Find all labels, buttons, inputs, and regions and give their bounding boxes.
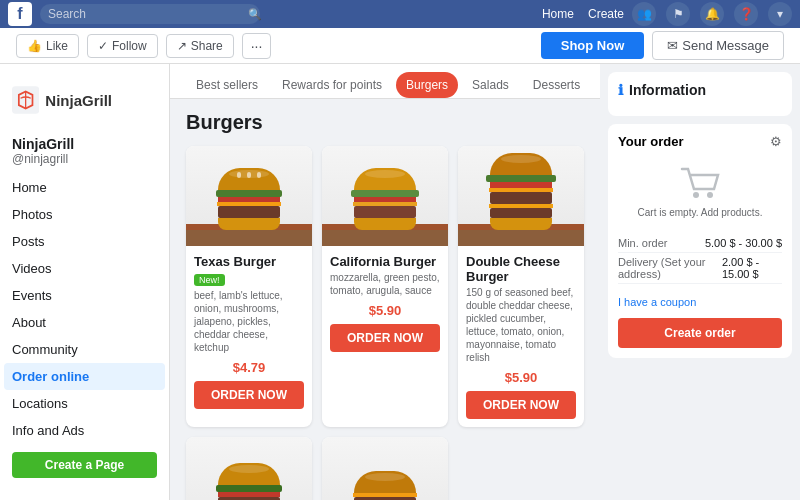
category-tabs: Best sellers Rewards for points Burgers … [170,64,600,99]
info-icon: ℹ [618,82,623,98]
svg-point-2 [693,192,699,198]
share-button[interactable]: ↗ Share [166,34,234,58]
product-price-california: $5.90 [330,303,440,318]
product-card-texas: Texas Burger New! beef, lamb's lettuce, … [186,146,312,427]
product-info-texas: Texas Burger New! beef, lamb's lettuce, … [186,246,312,417]
order-btn-california[interactable]: ORDER NOW [330,324,440,352]
facebook-logo: f [8,2,32,26]
like-icon: 👍 [27,39,42,53]
bell-icon[interactable]: 🔔 [700,2,724,26]
product-card-extra1 [186,437,312,500]
cart-area: Cart is empty. Add products. [618,159,782,226]
sidebar-item-home[interactable]: Home [0,174,169,201]
product-name-double-cheese: Double Cheese Burger [466,254,576,284]
follow-button[interactable]: ✓ Follow [87,34,158,58]
sidebar-navigation: Home Photos Posts Videos Events About Co… [0,174,169,444]
sidebar-item-about[interactable]: About [0,309,169,336]
create-page-button[interactable]: Create a Page [12,452,157,478]
delivery-label: Delivery (Set your address) [618,256,722,280]
cart-empty-text: Cart is empty. Add products. [638,207,763,218]
product-name-texas: Texas Burger [194,254,304,269]
information-title: ℹ Information [618,82,782,98]
product-price-texas: $4.79 [194,360,304,375]
product-info-california: California Burger mozzarella, green pest… [322,246,448,360]
shop-now-button[interactable]: Shop Now [541,32,645,59]
tab-burgers[interactable]: Burgers [396,72,458,98]
product-desc-texas: beef, lamb's lettuce, onion, mushrooms, … [194,289,304,354]
order-details: Min. order 5.00 $ - 30.00 $ Delivery (Se… [618,234,782,284]
share-icon: ↗ [177,39,187,53]
cart-icon [680,167,720,203]
order-card: Your order ⚙ Cart is empty. Add products… [608,124,792,358]
products-area: Burgers [170,99,600,500]
tab-desserts[interactable]: Desserts [523,72,590,98]
product-image-california [322,146,448,246]
account-menu-icon[interactable]: ▾ [768,2,792,26]
sidebar: NinjaGrill NinjaGrill @ninjagrill Home P… [0,64,170,500]
search-button[interactable]: 🔍 [248,8,262,21]
product-price-double-cheese: $5.90 [466,370,576,385]
nav-home-link[interactable]: Home [542,7,574,21]
min-order-row: Min. order 5.00 $ - 30.00 $ [618,234,782,253]
right-panel: ℹ Information Your order ⚙ Cart is empty… [600,64,800,500]
brand-fullname: NinjaGrill [12,136,157,152]
products-grid-row2 [186,437,584,500]
send-message-button[interactable]: ✉ Send Message [652,31,784,60]
help-icon[interactable]: ❓ [734,2,758,26]
product-desc-california: mozzarella, green pesto, tomato, arugula… [330,271,440,297]
section-title: Burgers [186,111,584,134]
product-card-california: California Burger mozzarella, green pest… [322,146,448,427]
tab-salads[interactable]: Salads [462,72,519,98]
coupon-link[interactable]: I have a coupon [618,292,782,312]
delivery-row: Delivery (Set your address) 2.00 $ - 15.… [618,253,782,284]
product-desc-double-cheese: 150 g of seasoned beef, double cheddar c… [466,286,576,364]
follow-icon: ✓ [98,39,108,53]
product-info-double-cheese: Double Cheese Burger 150 g of seasoned b… [458,246,584,427]
order-title: Your order [618,134,684,149]
information-card: ℹ Information [608,72,792,116]
action-bar: 👍 Like ✓ Follow ↗ Share ··· Shop Now ✉ S… [0,28,800,64]
flag-icon[interactable]: ⚑ [666,2,690,26]
product-name-california: California Burger [330,254,440,269]
product-image-extra2 [322,437,448,500]
brand-name: NinjaGrill [45,92,112,109]
tab-rewards[interactable]: Rewards for points [272,72,392,98]
nav-icons: 👥 ⚑ 🔔 ❓ ▾ [632,2,792,26]
order-btn-texas[interactable]: ORDER NOW [194,381,304,409]
main-layout: NinjaGrill NinjaGrill @ninjagrill Home P… [0,64,800,500]
sidebar-item-videos[interactable]: Videos [0,255,169,282]
search-input[interactable] [40,4,260,24]
placeholder-cell [458,437,584,500]
nav-create-link[interactable]: Create [588,7,624,21]
product-image-extra1 [186,437,312,500]
product-image-texas [186,146,312,246]
create-order-button[interactable]: Create order [618,318,782,348]
message-icon: ✉ [667,38,678,53]
delivery-value: 2.00 $ - 15.00 $ [722,256,782,280]
product-badge-texas: New! [194,274,225,286]
gear-icon[interactable]: ⚙ [770,134,782,149]
sidebar-item-community[interactable]: Community [0,336,169,363]
products-grid: Texas Burger New! beef, lamb's lettuce, … [186,146,584,427]
order-btn-double-cheese[interactable]: ORDER NOW [466,391,576,419]
sidebar-item-posts[interactable]: Posts [0,228,169,255]
more-button[interactable]: ··· [242,33,272,59]
brand-handle: @ninjagrill [12,152,157,166]
content-area: Best sellers Rewards for points Burgers … [170,64,600,500]
people-icon[interactable]: 👥 [632,2,656,26]
product-image-double-cheese [458,146,584,246]
sidebar-item-events[interactable]: Events [0,282,169,309]
nav-links: Home Create [542,7,624,21]
order-header: Your order ⚙ [618,134,782,149]
sidebar-item-order-online[interactable]: Order online [4,363,165,390]
product-card-double-cheese: Double Cheese Burger 150 g of seasoned b… [458,146,584,427]
brand-logo-area: NinjaGrill [0,72,169,132]
like-button[interactable]: 👍 Like [16,34,79,58]
svg-point-3 [707,192,713,198]
min-order-label: Min. order [618,237,668,249]
sidebar-item-info-ads[interactable]: Info and Ads [0,417,169,444]
tab-best-sellers[interactable]: Best sellers [186,72,268,98]
sidebar-item-photos[interactable]: Photos [0,201,169,228]
sidebar-item-locations[interactable]: Locations [0,390,169,417]
min-order-value: 5.00 $ - 30.00 $ [705,237,782,249]
